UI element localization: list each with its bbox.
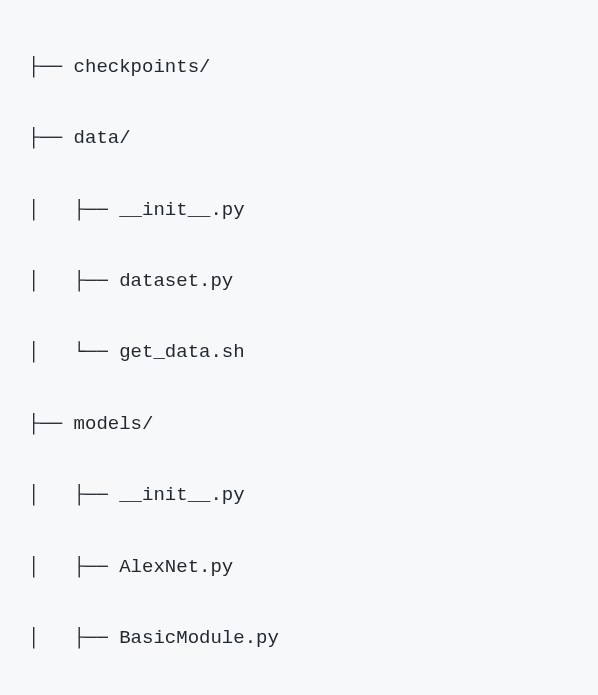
tree-line: │ ├── __init__.py	[28, 193, 590, 229]
tree-line: │ └── get_data.sh	[28, 335, 590, 371]
tree-line: ├── data/	[28, 121, 590, 157]
tree-line: │ ├── AlexNet.py	[28, 550, 590, 586]
tree-line: ├── models/	[28, 407, 590, 443]
tree-line: │ ├── dataset.py	[28, 264, 590, 300]
directory-tree: ├── checkpoints/ ├── data/ │ ├── __init_…	[28, 14, 590, 695]
tree-line: │ ├── __init__.py	[28, 478, 590, 514]
tree-line: │ ├── BasicModule.py	[28, 621, 590, 657]
tree-line: ├── checkpoints/	[28, 50, 590, 86]
